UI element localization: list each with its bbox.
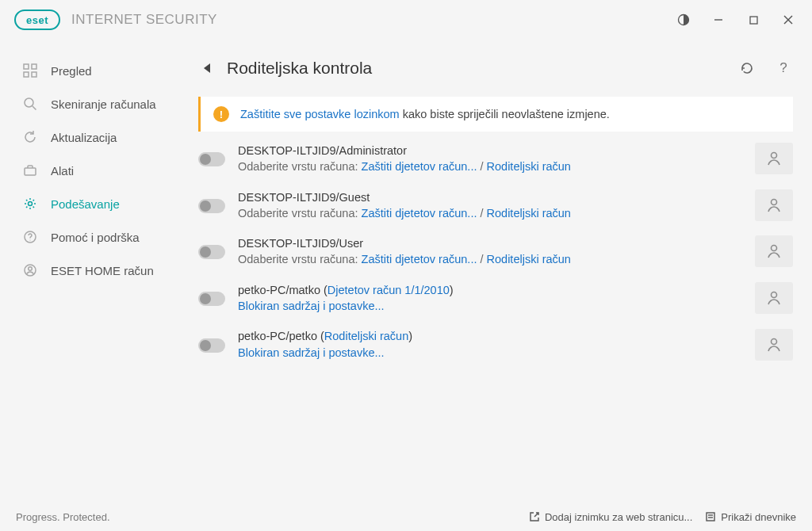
account-avatar-button[interactable]: [755, 143, 793, 174]
account-name: petko-PC/petko (: [238, 330, 324, 342]
account-avatar-button[interactable]: [755, 189, 793, 221]
sidebar-item-tools[interactable]: Alati: [0, 154, 190, 187]
svg-rect-24: [707, 513, 714, 521]
svg-point-22: [772, 338, 777, 344]
account-info: DESKTOP-ILTJID9/AdministratorOdaberite v…: [238, 143, 742, 175]
account-name: DESKTOP-ILTJID9/Guest: [238, 191, 370, 204]
account-name: DESKTOP-ILTJID9/Administrator: [238, 144, 407, 157]
svg-rect-2: [750, 17, 757, 24]
eset-badge: eset: [14, 10, 60, 30]
sidebar-item-setup[interactable]: Podešavanje: [0, 187, 190, 220]
footer-tagline: Progress. Protected.: [16, 511, 110, 523]
external-link-icon: [529, 511, 540, 522]
blocked-content-link[interactable]: Blokiran sadržaj i postavke...: [238, 300, 385, 312]
blocked-content-link[interactable]: Blokiran sadržaj i postavke...: [238, 346, 385, 359]
warning-badge-icon: !: [213, 106, 229, 122]
banner-text: Zaštitite sve postavke lozinkom kako bis…: [240, 108, 610, 120]
parent-account-link[interactable]: Roditeljski račun: [487, 160, 571, 173]
help-page-icon[interactable]: ?: [774, 59, 793, 78]
footer-show-logs[interactable]: Prikaži dnevnike: [705, 511, 796, 523]
svg-marker-17: [204, 63, 210, 73]
child-account-link[interactable]: Zaštiti djetetov račun...: [362, 207, 477, 220]
account-role-link[interactable]: Roditeljski račun: [324, 330, 408, 342]
banner-rest: kako biste spriječili neovlaštene izmjen…: [400, 108, 610, 120]
contrast-icon[interactable]: [666, 4, 701, 36]
svg-point-18: [772, 153, 777, 159]
search-icon: [22, 96, 38, 112]
sidebar-item-help[interactable]: Pomoć i podrška: [0, 220, 190, 254]
banner-link[interactable]: Zaštitite sve postavke lozinkom: [240, 108, 400, 120]
account-avatar-button[interactable]: [755, 329, 793, 361]
footer-add-exception[interactable]: Dodaj iznimku za web stranicu...: [529, 511, 692, 523]
account-avatar-button[interactable]: [755, 282, 793, 314]
child-account-link[interactable]: Zaštiti djetetov račun...: [362, 160, 477, 173]
slash: /: [477, 253, 486, 266]
sidebar-item-label: Pomoć i podrška: [51, 231, 140, 244]
parent-account-link[interactable]: Roditeljski račun: [487, 253, 571, 266]
slash: /: [477, 207, 486, 220]
sidebar-item-label: Pregled: [51, 64, 92, 78]
account-info: petko-PC/matko (Djetetov račun 1/1/2010)…: [238, 282, 742, 315]
help-icon: [22, 229, 38, 245]
sidebar-item-home[interactable]: ESET HOME račun: [0, 254, 190, 287]
account-avatar-button[interactable]: [755, 235, 793, 267]
svg-rect-11: [25, 168, 36, 175]
maximize-button[interactable]: [736, 4, 771, 36]
sidebar-item-overview[interactable]: Pregled: [0, 54, 190, 87]
gear-icon: [22, 196, 38, 212]
main-content: Roditeljska kontrola ? ! Zaštitite sve p…: [190, 40, 812, 502]
svg-rect-5: [24, 64, 29, 69]
sidebar-item-label: Skeniranje računala: [51, 97, 156, 111]
account-toggle[interactable]: [198, 338, 225, 353]
account-toggle[interactable]: [198, 199, 225, 213]
svg-point-21: [772, 292, 777, 298]
accounts-list: DESKTOP-ILTJID9/AdministratorOdaberite v…: [198, 143, 793, 361]
svg-rect-7: [24, 72, 29, 77]
logs-icon: [705, 511, 716, 522]
app-name: INTERNET SECURITY: [71, 12, 217, 28]
account-icon: [22, 262, 38, 278]
sidebar-item-update[interactable]: Aktualizacija: [0, 120, 190, 154]
slash: /: [477, 160, 486, 173]
briefcase-icon: [22, 162, 38, 178]
account-role-link[interactable]: Djetetov račun 1/1/2010: [327, 284, 450, 296]
account-choose-label: Odaberite vrstu računa:: [238, 160, 362, 173]
sidebar-item-label: Aktualizacija: [51, 131, 117, 144]
account-toggle[interactable]: [198, 152, 225, 166]
svg-line-10: [33, 106, 36, 110]
account-info: petko-PC/petko (Roditeljski račun)Blokir…: [238, 328, 742, 361]
child-account-link[interactable]: Zaštiti djetetov račun...: [362, 253, 477, 266]
account-toggle[interactable]: [198, 292, 225, 306]
svg-point-16: [29, 267, 33, 271]
sidebar-item-label: Alati: [51, 164, 74, 178]
svg-rect-8: [32, 72, 36, 77]
account-choose-label: Odaberite vrstu računa:: [238, 253, 362, 266]
minimize-button[interactable]: [701, 4, 736, 36]
sidebar: Pregled Skeniranje računala Aktualizacij…: [0, 40, 190, 502]
svg-point-19: [772, 199, 777, 204]
warning-banner: ! Zaštitite sve postavke lozinkom kako b…: [198, 97, 793, 132]
account-name: DESKTOP-ILTJID9/User: [238, 237, 363, 250]
account-info: DESKTOP-ILTJID9/GuestOdaberite vrstu rač…: [238, 189, 742, 222]
svg-line-23: [534, 513, 538, 517]
account-toggle[interactable]: [198, 245, 225, 259]
account-row: petko-PC/petko (Roditeljski račun)Blokir…: [198, 328, 793, 361]
titlebar: eset INTERNET SECURITY: [0, 0, 812, 40]
sidebar-item-scan[interactable]: Skeniranje računala: [0, 87, 190, 120]
refresh-icon: [22, 129, 38, 145]
account-info: DESKTOP-ILTJID9/UserOdaberite vrstu raču…: [238, 235, 742, 268]
sidebar-item-label: Podešavanje: [51, 197, 120, 211]
sidebar-item-label: ESET HOME račun: [51, 264, 154, 277]
account-row: petko-PC/matko (Djetetov račun 1/1/2010)…: [198, 282, 793, 315]
svg-point-14: [29, 239, 30, 240]
back-button[interactable]: [198, 59, 216, 77]
account-choose-label: Odaberite vrstu računa:: [238, 207, 362, 220]
account-row: DESKTOP-ILTJID9/AdministratorOdaberite v…: [198, 143, 793, 175]
main-header: Roditeljska kontrola ?: [198, 40, 793, 86]
reload-icon[interactable]: [737, 59, 756, 78]
parent-account-link[interactable]: Roditeljski račun: [487, 207, 571, 220]
account-row: DESKTOP-ILTJID9/GuestOdaberite vrstu rač…: [198, 189, 793, 222]
close-button[interactable]: [771, 4, 806, 36]
account-name: petko-PC/matko (: [238, 284, 327, 296]
dashboard-icon: [22, 63, 38, 78]
